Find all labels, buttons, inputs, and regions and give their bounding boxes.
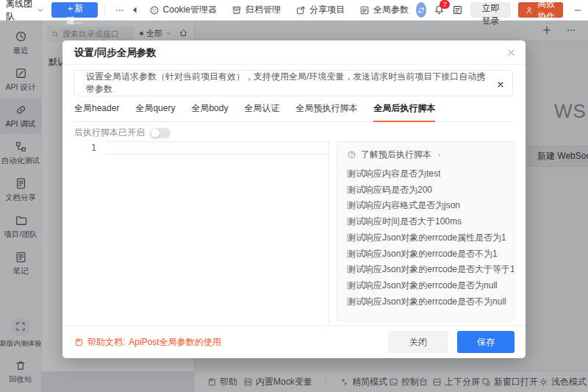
global-params-icon: [359, 5, 370, 15]
share-icon: [295, 5, 306, 15]
feedback-button[interactable]: [452, 4, 463, 15]
cookie-manager-button[interactable]: Cookie管理器: [149, 4, 217, 16]
apipost-app: 离线团队 ＋新建... Cookie管理器 归档管理 分享项目 全局参数: [0, 0, 588, 392]
editor-line-number: 1: [74, 141, 107, 325]
script-snippet-item[interactable]: 测试响应Json对象的errcode属性是否为1: [347, 230, 504, 246]
toggle-knob: [151, 129, 159, 138]
script-snippet-item[interactable]: 测试响应内容是否为test: [347, 166, 504, 182]
tab-global-body[interactable]: 全局body: [191, 102, 228, 121]
script-snippet-item[interactable]: 测试响应Json对象的errcode是否大于等于1: [347, 262, 504, 278]
topbar-right: 7 立即登录 高效协作: [416, 2, 582, 18]
archive-icon: [232, 5, 242, 15]
cookie-icon: [149, 5, 159, 15]
feedback-note-icon: [452, 4, 463, 15]
post-script-toggle-row: 后执行脚本已开启: [74, 126, 171, 139]
notification-badge: 7: [440, 0, 450, 9]
chevron-down-icon: [37, 7, 44, 14]
sync-icon[interactable]: [416, 2, 426, 18]
learn-post-script-link[interactable]: 了解预后执行脚本: [347, 149, 504, 161]
alert-close-icon[interactable]: [497, 79, 504, 89]
editor-code-area[interactable]: [107, 141, 329, 325]
script-snippet-item[interactable]: 测试响应Json对象的errcode是否为null: [347, 278, 504, 294]
script-snippet-item[interactable]: 测试响应码是否为200: [347, 182, 504, 199]
back-icon[interactable]: [128, 6, 142, 14]
script-snippet-item[interactable]: 测试响应Json对象的errcode是否不为1: [347, 246, 504, 263]
tab-global-pre-script[interactable]: 全局预执行脚本: [295, 102, 357, 121]
info-alert: 设置全局请求参数（针对当前项目有效），支持使用全局/环境变量，发送请求时当前项目…: [74, 70, 513, 96]
team-switcher[interactable]: 离线团队: [6, 0, 44, 23]
modal-tabs: 全局header 全局query 全局body 全局认证 全局预执行脚本 全局后…: [74, 102, 514, 122]
global-params-modal: 设置/同步全局参数 设置全局请求参数（针对当前项目有效），支持使用全局/环境变量…: [62, 40, 526, 358]
collab-button[interactable]: 高效协作: [518, 2, 563, 18]
tab-global-query[interactable]: 全局query: [135, 102, 175, 121]
editor-current-line: [107, 141, 329, 154]
notifications-button[interactable]: 7: [434, 4, 445, 15]
snippet-panel: 了解预后执行脚本 测试响应内容是否为test 测试响应码是否为200 测试响应内…: [337, 141, 514, 321]
script-snippet-item[interactable]: 测试响应内容格式是否为json: [347, 198, 504, 214]
more-icon[interactable]: [112, 5, 128, 15]
help-doc-link[interactable]: ApiPost全局参数的使用: [129, 336, 220, 349]
login-button[interactable]: 立即登录: [470, 2, 511, 18]
minimize-button[interactable]: [573, 5, 582, 15]
chevron-right-icon: [436, 152, 443, 159]
topbar: 离线团队 ＋新建... Cookie管理器 归档管理 分享项目 全局参数: [0, 0, 588, 21]
alert-text: 设置全局请求参数（针对当前项目有效），支持使用全局/环境变量，发送请求时当前项目…: [86, 71, 490, 96]
tab-global-header[interactable]: 全局header: [74, 102, 119, 121]
modal-footer: 帮助文档: ApiPost全局参数的使用 关闭 保存: [62, 325, 526, 358]
person-icon: [525, 6, 534, 15]
close-button[interactable]: 关闭: [388, 331, 448, 353]
help-doc-icon: [74, 338, 84, 347]
toggle-label: 后执行脚本已开启: [74, 126, 145, 139]
archive-manager-button[interactable]: 归档管理: [232, 4, 281, 16]
new-button[interactable]: ＋新建...: [51, 2, 98, 18]
help-doc-row: 帮助文档: ApiPost全局参数的使用: [74, 326, 221, 359]
share-project-button[interactable]: 分享项目: [295, 4, 345, 16]
modal-title: 设置/同步全局参数: [74, 40, 157, 65]
post-script-toggle[interactable]: [150, 128, 171, 138]
modal-header: 设置/同步全局参数: [62, 40, 526, 65]
script-snippet-item[interactable]: 测试响应Json对象的errcode是否不为null: [347, 294, 504, 310]
close-icon[interactable]: [506, 47, 516, 57]
question-circle-icon: [347, 150, 356, 160]
tab-global-post-script[interactable]: 全局后执行脚本: [373, 102, 435, 122]
script-editor[interactable]: 1: [74, 141, 329, 325]
modal-buttons: 关闭 保存: [388, 331, 514, 353]
team-name: 离线团队: [6, 0, 34, 23]
save-button[interactable]: 保存: [457, 331, 514, 353]
divider: [104, 5, 105, 15]
tab-global-auth[interactable]: 全局认证: [244, 102, 279, 121]
script-snippet-item[interactable]: 测试响应时间是否大于100ms: [347, 214, 504, 230]
global-params-button[interactable]: 全局参数: [359, 4, 409, 16]
help-prefix: 帮助文档:: [87, 336, 125, 349]
